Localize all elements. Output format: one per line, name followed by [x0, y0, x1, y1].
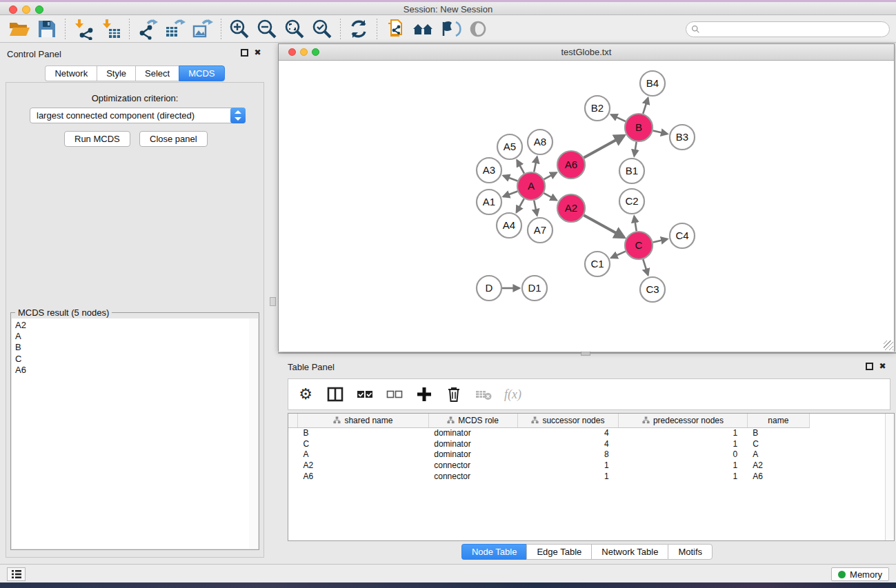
delete-table-icon[interactable]	[475, 385, 492, 403]
node-A8[interactable]: A8	[528, 130, 552, 154]
node-A7[interactable]: A7	[528, 218, 552, 243]
node-B4[interactable]: B4	[640, 71, 665, 96]
node-B3[interactable]: B3	[670, 125, 695, 150]
close-table-panel-icon[interactable]: ✖	[879, 363, 886, 370]
node-A5[interactable]: A5	[497, 134, 522, 159]
table-row[interactable]: Adominator80A	[288, 449, 810, 460]
edge-A-A3[interactable]	[504, 176, 518, 181]
open-file-icon[interactable]	[8, 18, 31, 40]
mcds-result-list[interactable]: A2ABCA6	[12, 318, 250, 549]
result-item[interactable]: A2	[15, 320, 249, 331]
tab-select[interactable]: Select	[135, 65, 179, 81]
select-all-rows-icon[interactable]	[356, 385, 374, 403]
table-row[interactable]: Bdominator41B	[288, 427, 810, 438]
search-field[interactable]	[686, 21, 890, 37]
node-A[interactable]: A	[517, 172, 545, 200]
cell[interactable]: A2	[298, 460, 429, 471]
hide-graphics-details-icon[interactable]	[439, 18, 462, 40]
save-session-icon[interactable]	[35, 18, 59, 40]
node-C[interactable]: C	[625, 232, 653, 259]
close-panel-button[interactable]: Close panel	[139, 131, 208, 147]
column-visibility-icon[interactable]	[326, 385, 344, 403]
column-header-name[interactable]: name	[747, 414, 809, 427]
cell[interactable]: 1	[619, 460, 747, 471]
node-B1[interactable]: B1	[619, 159, 644, 183]
cell[interactable]: 0	[619, 449, 747, 460]
cell[interactable]: 1	[619, 427, 747, 438]
cell[interactable]: A2	[747, 460, 809, 471]
zoom-in-icon[interactable]	[228, 18, 251, 40]
tab-node-table[interactable]: Node Table	[461, 544, 527, 560]
task-history-button[interactable]	[7, 567, 26, 581]
cell[interactable]: 1	[619, 438, 747, 449]
float-table-panel-icon[interactable]	[866, 363, 873, 370]
edge-A-A7[interactable]	[534, 201, 537, 216]
run-mcds-button[interactable]: Run MCDS	[64, 131, 130, 147]
tab-network-table[interactable]: Network Table	[591, 544, 668, 560]
edge-B-B1[interactable]	[634, 142, 636, 156]
table-row[interactable]: A2connector11A2	[288, 460, 810, 471]
edge-B-B4[interactable]	[643, 98, 648, 114]
edge-A2-C[interactable]	[584, 215, 624, 237]
node-B[interactable]: B	[625, 114, 653, 141]
cell[interactable]: C	[298, 438, 429, 449]
node-A3[interactable]: A3	[477, 158, 501, 183]
cell[interactable]: 1	[517, 460, 619, 471]
delete-rows-icon[interactable]	[445, 385, 463, 403]
edge-A-A5[interactable]	[517, 160, 524, 173]
network-canvas[interactable]: B4B2BB3A5A8A6A3B1AA1C2A2A4A7C4CC1DD1C3	[279, 61, 894, 352]
cell[interactable]: dominator	[428, 438, 517, 449]
node-D1[interactable]: D1	[522, 276, 547, 301]
tab-style[interactable]: Style	[97, 65, 135, 81]
edge-C-C3[interactable]	[643, 259, 648, 275]
import-network-icon[interactable]	[72, 18, 95, 40]
result-item[interactable]: B	[15, 342, 249, 353]
horizontal-splitter-handle[interactable]	[581, 351, 590, 356]
edge-A-A1[interactable]	[504, 191, 518, 196]
cell[interactable]: A	[747, 449, 809, 460]
node-B2[interactable]: B2	[585, 96, 610, 121]
cell[interactable]: 1	[619, 471, 747, 482]
edge-C-C2[interactable]	[634, 216, 636, 232]
zoom-selected-icon[interactable]	[310, 18, 334, 40]
edge-A6-B[interactable]	[584, 136, 624, 158]
edge-A-A4[interactable]	[517, 199, 524, 212]
cell[interactable]: connector	[428, 460, 517, 471]
cell[interactable]: 4	[517, 427, 619, 438]
show-graphics-details-icon[interactable]	[466, 18, 490, 40]
cell[interactable]: A6	[298, 471, 429, 482]
refresh-icon[interactable]	[347, 18, 370, 40]
edge-A-A8[interactable]	[534, 157, 537, 172]
node-C2[interactable]: C2	[619, 189, 644, 214]
node-C3[interactable]: C3	[640, 277, 665, 302]
cell[interactable]: B	[298, 427, 429, 438]
window-resize-grip[interactable]	[884, 341, 893, 350]
node-A6[interactable]: A6	[557, 151, 585, 179]
home-icon[interactable]	[411, 18, 435, 40]
search-input[interactable]	[700, 23, 889, 36]
edge-B-B2[interactable]	[611, 114, 626, 121]
import-table-icon[interactable]	[99, 18, 123, 40]
node-A2[interactable]: A2	[557, 194, 585, 222]
edge-A-A6[interactable]	[544, 172, 557, 179]
table-scrollbar[interactable]	[885, 414, 894, 540]
node-C4[interactable]: C4	[670, 223, 695, 248]
cell[interactable]: B	[747, 427, 809, 438]
cell[interactable]: 4	[517, 438, 619, 449]
result-item[interactable]: A6	[15, 365, 249, 376]
node-D[interactable]: D	[477, 276, 501, 301]
cell[interactable]: A	[298, 449, 429, 460]
edge-B-B3[interactable]	[653, 131, 667, 134]
network-document-icon[interactable]	[384, 18, 407, 40]
column-header-predecessor-nodes[interactable]: predecessor nodes	[619, 414, 747, 427]
cell[interactable]: connector	[428, 471, 517, 482]
tab-mcds[interactable]: MCDS	[179, 65, 224, 81]
node-A1[interactable]: A1	[477, 190, 501, 214]
result-list-scrollbar[interactable]	[249, 318, 258, 549]
column-header-MCDS-role[interactable]: MCDS role	[428, 414, 517, 427]
column-header-shared-name[interactable]: shared name	[298, 414, 429, 427]
node-A4[interactable]: A4	[497, 213, 521, 238]
column-header-successor-nodes[interactable]: successor nodes	[517, 414, 619, 427]
edge-A-A2[interactable]	[544, 193, 557, 200]
cell[interactable]: 1	[517, 471, 619, 482]
